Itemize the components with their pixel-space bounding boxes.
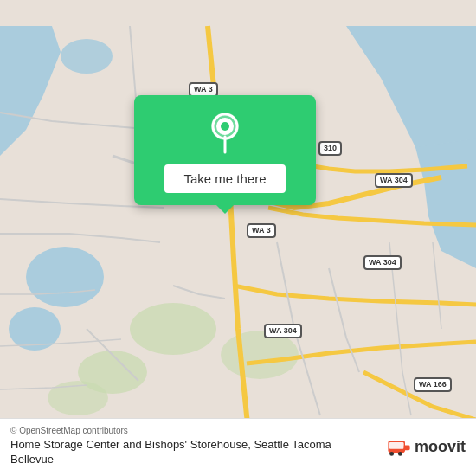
wa304-bottom-badge: WA 304 [264, 324, 302, 338]
svg-point-14 [389, 452, 394, 456]
take-me-there-button[interactable]: Take me there [164, 164, 285, 193]
svg-point-15 [398, 452, 402, 456]
moovit-logo-text: moovit [415, 438, 466, 456]
copyright-text: © OpenStreetMap contributors [10, 426, 376, 435]
wa3-center-badge: WA 3 [247, 223, 276, 238]
svg-point-10 [221, 122, 229, 131]
location-info: © OpenStreetMap contributors Home Storag… [10, 426, 376, 467]
svg-rect-16 [404, 446, 410, 451]
map-container: WA 3 310 WA 304 WA 3 WA 304 WA 304 WA 16… [0, 0, 476, 476]
wa304-right-badge: WA 304 [363, 255, 402, 270]
wa304-mid-badge: WA 304 [375, 173, 413, 188]
svg-point-4 [130, 303, 216, 355]
moovit-icon [387, 434, 411, 459]
location-pin-icon [208, 111, 242, 158]
wa166-badge: WA 166 [414, 377, 452, 392]
map-background [0, 0, 476, 476]
location-popup: Take me there [134, 95, 316, 205]
svg-point-1 [26, 247, 104, 307]
moovit-logo: moovit [387, 434, 466, 459]
location-name: Home Storage Center and Bishops' Storeho… [10, 438, 376, 467]
svg-rect-13 [389, 442, 404, 449]
svg-point-3 [61, 39, 113, 74]
wa310-badge: 310 [318, 141, 342, 156]
info-bar: © OpenStreetMap contributors Home Storag… [0, 418, 476, 476]
